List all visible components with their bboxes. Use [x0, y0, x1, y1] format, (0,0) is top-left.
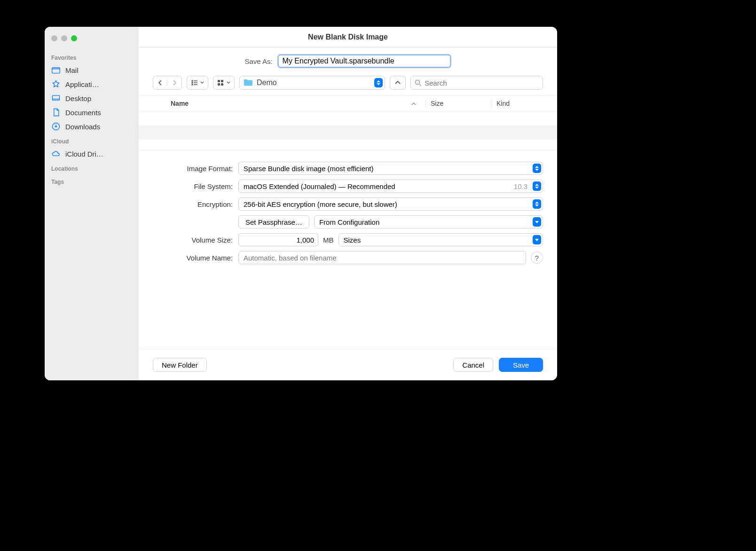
desktop-icon [51, 94, 61, 103]
location-popup[interactable]: Demo [239, 76, 385, 90]
volume-name-input[interactable] [238, 251, 526, 264]
search-icon [415, 79, 422, 87]
passphrase-source-value: From Configuration [319, 218, 379, 226]
options-form: Image Format: Sparse Bundle disk image (… [139, 150, 557, 274]
nav-back-forward [153, 76, 182, 90]
updown-icon [533, 164, 541, 173]
sidebar-item-label: Mail [65, 66, 79, 74]
svg-point-13 [416, 80, 420, 84]
svg-rect-9 [218, 80, 220, 82]
volume-size-input[interactable] [238, 233, 318, 246]
enclosing-folder-button[interactable] [390, 76, 406, 90]
column-header-row: Name Size Kind [139, 95, 557, 111]
sidebar-item-label: Documents [65, 109, 101, 117]
column-header-kind[interactable]: Kind [491, 100, 557, 107]
volume-size-preset-value: Sizes [344, 236, 361, 244]
svg-rect-12 [221, 83, 223, 86]
app-icon [51, 79, 61, 89]
column-header-size[interactable]: Size [425, 100, 491, 107]
svg-point-7 [192, 84, 193, 85]
group-by-button[interactable] [213, 76, 235, 90]
search-input[interactable] [425, 79, 539, 87]
folder-icon [51, 65, 61, 75]
updown-icon [533, 199, 541, 209]
main-panel: New Blank Disk Image Save As: Demo [139, 27, 557, 380]
sidebar-item-icloud-drive[interactable]: iCloud Dri… [45, 147, 139, 161]
file-system-label: File System: [139, 182, 233, 190]
svg-line-14 [419, 84, 421, 86]
svg-rect-0 [52, 68, 60, 73]
zoom-window-button[interactable] [71, 35, 77, 41]
cloud-icon [51, 149, 61, 158]
encryption-label: Encryption: [139, 200, 233, 208]
encryption-select[interactable]: 256-bit AES encryption (more secure, but… [238, 197, 543, 211]
location-name: Demo [257, 79, 277, 87]
volume-size-preset-select[interactable]: Sizes [339, 233, 543, 246]
file-system-select[interactable]: macOS Extended (Journaled) — Recommended… [238, 180, 543, 193]
chevron-down-icon [533, 217, 541, 227]
file-system-value: macOS Extended (Journaled) — Recommended [244, 182, 395, 190]
svg-rect-11 [218, 83, 220, 86]
passphrase-source-select[interactable]: From Configuration [314, 215, 543, 228]
updown-icon [533, 181, 541, 191]
dialog-footer: New Folder Cancel Save [139, 349, 557, 380]
svg-rect-1 [53, 95, 60, 100]
sidebar-item-mail[interactable]: Mail [45, 63, 139, 77]
sidebar-item-downloads[interactable]: Downloads [45, 119, 139, 134]
encryption-value: 256-bit AES encryption (more secure, but… [244, 200, 397, 208]
set-passphrase-button[interactable]: Set Passphrase… [238, 215, 309, 228]
window-controls [45, 33, 139, 50]
save-as-input[interactable] [277, 54, 451, 68]
save-button[interactable]: Save [499, 358, 543, 372]
view-list-button[interactable] [187, 76, 208, 90]
forward-button[interactable] [167, 80, 181, 86]
save-dialog-window: Favorites Mail Applicati… Desktop Docume… [45, 27, 557, 380]
sidebar-item-label: Applicati… [65, 80, 99, 88]
document-icon [51, 108, 61, 117]
sidebar-item-label: iCloud Dri… [65, 150, 103, 158]
help-button[interactable]: ? [531, 252, 543, 264]
new-folder-button[interactable]: New Folder [153, 358, 207, 372]
download-icon [51, 122, 61, 131]
save-as-label: Save As: [244, 57, 272, 65]
svg-point-3 [192, 80, 193, 81]
file-list [139, 111, 557, 150]
image-format-label: Image Format: [139, 165, 233, 173]
dialog-title: New Blank Disk Image [139, 27, 557, 47]
folder-icon [243, 78, 253, 88]
image-format-value: Sparse Bundle disk image (most efficient… [244, 165, 374, 173]
sidebar-item-documents[interactable]: Documents [45, 105, 139, 119]
sidebar-item-desktop[interactable]: Desktop [45, 91, 139, 105]
column-header-name[interactable]: Name [139, 96, 411, 111]
search-field[interactable] [410, 76, 543, 90]
updown-icon [374, 78, 383, 87]
file-system-hint: 10.3 [514, 182, 528, 190]
svg-rect-10 [221, 80, 223, 82]
sidebar: Favorites Mail Applicati… Desktop Docume… [45, 27, 139, 380]
sidebar-item-label: Desktop [65, 94, 91, 102]
browser-toolbar: Demo [139, 73, 557, 95]
close-window-button[interactable] [51, 35, 57, 41]
volume-size-unit: MB [323, 236, 334, 244]
sidebar-item-applications[interactable]: Applicati… [45, 77, 139, 91]
chevron-down-icon [533, 235, 541, 244]
sidebar-header-locations: Locations [45, 161, 139, 174]
sort-indicator-icon [411, 100, 425, 107]
cancel-button[interactable]: Cancel [453, 358, 493, 372]
sidebar-header-icloud: iCloud [45, 134, 139, 147]
minimize-window-button[interactable] [61, 35, 67, 41]
image-format-select[interactable]: Sparse Bundle disk image (most efficient… [238, 162, 543, 175]
volume-name-label: Volume Name: [139, 254, 233, 262]
sidebar-item-label: Downloads [65, 123, 100, 131]
sidebar-header-tags: Tags [45, 174, 139, 187]
sidebar-header-favorites: Favorites [45, 50, 139, 63]
volume-size-label: Volume Size: [139, 236, 233, 244]
save-as-row: Save As: [139, 47, 557, 73]
back-button[interactable] [153, 80, 167, 86]
svg-point-5 [192, 82, 193, 83]
